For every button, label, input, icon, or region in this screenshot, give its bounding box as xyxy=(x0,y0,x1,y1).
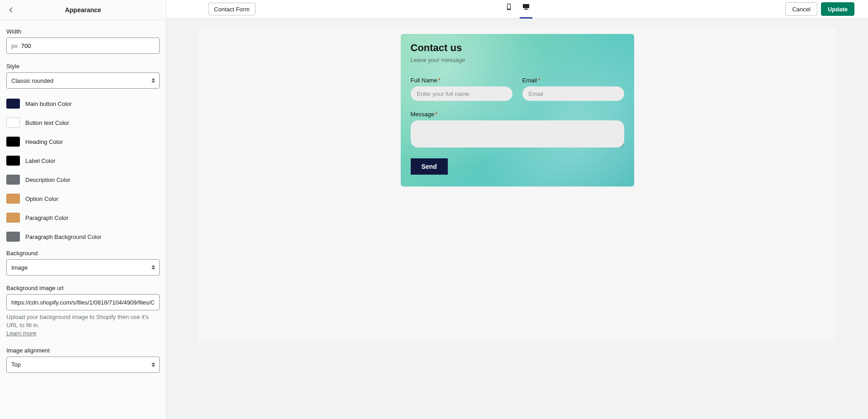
preview-canvas: Contact us Leave your message Full Name*… xyxy=(198,28,836,342)
paragraph-color-swatch[interactable] xyxy=(6,213,20,223)
contact-form-preview: Contact us Leave your message Full Name*… xyxy=(401,34,634,186)
width-label: Width xyxy=(6,28,160,35)
color-row-option-color: Option Color xyxy=(6,193,160,205)
width-field: Width px xyxy=(6,28,160,54)
chevron-left-icon xyxy=(8,7,14,13)
topbar: Contact Form Cancel Update xyxy=(166,0,868,19)
button-text-color-label: Button text Color xyxy=(25,119,69,126)
sidebar-title: Appearance xyxy=(65,6,101,14)
svg-rect-7 xyxy=(508,4,510,9)
heading-color-label: Heading Color xyxy=(25,138,63,145)
bg-url-help-text: Upload your background image to Shopify … xyxy=(6,314,149,329)
color-row-description-color: Description Color xyxy=(6,174,160,186)
learn-more-link[interactable]: Learn more xyxy=(6,330,36,337)
alignment-field: Image alignment Top xyxy=(6,347,160,373)
email-input[interactable] xyxy=(522,86,624,101)
fullname-label-text: Full Name xyxy=(411,77,437,84)
main-button-color-swatch[interactable] xyxy=(6,99,20,109)
main-button-color-label: Main button Color xyxy=(25,100,72,107)
description-color-swatch[interactable] xyxy=(6,175,20,185)
background-field: Background Image xyxy=(6,250,160,276)
fullname-input[interactable] xyxy=(411,86,512,101)
bg-url-help: Upload your background image to Shopify … xyxy=(6,313,160,338)
mobile-icon xyxy=(505,3,512,10)
background-label: Background xyxy=(6,250,160,257)
bg-url-label: Background image url xyxy=(6,285,160,291)
background-select[interactable]: Image xyxy=(6,259,160,276)
color-row-heading-color: Heading Color xyxy=(6,136,160,148)
paragraph-bg-color-label: Paragraph Background Color xyxy=(25,233,101,240)
fullname-label: Full Name* xyxy=(411,77,512,84)
message-label-text: Message xyxy=(411,111,435,118)
mobile-preview-button[interactable] xyxy=(504,0,513,18)
svg-rect-11 xyxy=(524,10,528,10)
style-label: Style xyxy=(6,63,160,70)
width-input-wrap[interactable]: px xyxy=(6,38,160,54)
svg-rect-10 xyxy=(525,9,527,10)
description-color-label: Description Color xyxy=(25,176,71,183)
color-row-button-text-color: Button text Color xyxy=(6,117,160,129)
paragraph-color-label: Paragraph Color xyxy=(25,214,68,221)
width-input[interactable] xyxy=(21,38,159,53)
form-subtitle: Leave your message xyxy=(411,57,624,63)
required-asterisk: * xyxy=(435,111,437,118)
label-color-swatch[interactable] xyxy=(6,156,20,166)
message-textarea[interactable] xyxy=(411,120,624,148)
color-row-label-color: Label Color xyxy=(6,155,160,167)
main-area: Contact Form Cancel Update Contact us Le… xyxy=(166,0,868,419)
appearance-sidebar: Appearance Width px Style Classic rounde… xyxy=(0,0,166,419)
update-button[interactable]: Update xyxy=(821,2,854,16)
style-field: Style Classic rounded xyxy=(6,63,160,89)
canvas-wrap: Contact us Leave your message Full Name*… xyxy=(166,19,868,419)
message-label: Message* xyxy=(411,111,624,118)
alignment-label: Image alignment xyxy=(6,347,160,354)
form-name-chip[interactable]: Contact Form xyxy=(208,3,256,15)
svg-point-8 xyxy=(508,9,509,10)
svg-rect-9 xyxy=(523,4,529,8)
email-label-text: Email xyxy=(522,77,537,84)
width-prefix: px xyxy=(7,43,21,49)
required-asterisk: * xyxy=(438,77,441,84)
required-asterisk: * xyxy=(538,77,540,84)
option-color-swatch[interactable] xyxy=(6,194,20,204)
paragraph-bg-color-swatch[interactable] xyxy=(6,232,20,242)
color-row-paragraph-bg-color: Paragraph Background Color xyxy=(6,231,160,243)
style-select[interactable]: Classic rounded xyxy=(6,72,160,89)
email-label: Email* xyxy=(522,77,624,84)
cancel-button[interactable]: Cancel xyxy=(785,2,817,16)
label-color-label: Label Color xyxy=(25,157,56,164)
sidebar-header: Appearance xyxy=(0,0,166,20)
alignment-select[interactable]: Top xyxy=(6,357,160,373)
color-row-main-button-color: Main button Color xyxy=(6,98,160,110)
option-color-label: Option Color xyxy=(25,195,58,202)
button-text-color-swatch[interactable] xyxy=(6,118,20,128)
bg-url-input[interactable] xyxy=(6,294,160,310)
heading-color-swatch[interactable] xyxy=(6,137,20,147)
desktop-preview-button[interactable] xyxy=(522,0,531,18)
bg-url-field: Background image url Upload your backgro… xyxy=(6,285,160,338)
form-title: Contact us xyxy=(411,42,624,54)
desktop-icon xyxy=(522,3,530,10)
color-row-paragraph-color: Paragraph Color xyxy=(6,212,160,224)
send-button[interactable]: Send xyxy=(411,158,448,175)
back-button[interactable] xyxy=(6,5,16,15)
